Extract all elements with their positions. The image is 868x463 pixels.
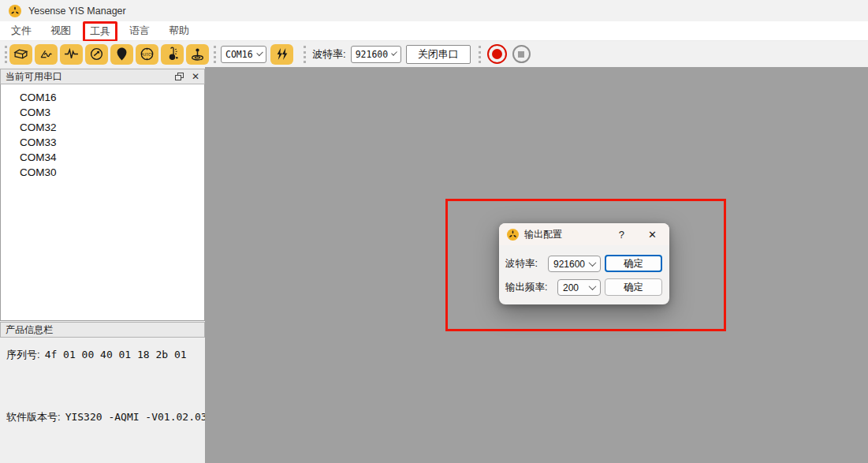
toolbar-drag-handle[interactable] xyxy=(214,46,216,63)
dialog-baud-label: 波特率: xyxy=(505,256,538,272)
joystick-button[interactable] xyxy=(186,44,209,65)
baud-rate-select[interactable]: 921600 xyxy=(351,46,401,63)
dialog-help-button[interactable]: ? xyxy=(616,229,628,241)
list-item-port[interactable]: COM32 xyxy=(1,120,204,135)
menu-file[interactable]: 文件 xyxy=(4,21,39,40)
serial-number-label: 序列号: xyxy=(6,349,40,360)
software-version-row: 软件版本号:YIS320 -AQMI -V01.02.03; xyxy=(6,410,205,424)
window-title: Yesense YIS Manager xyxy=(28,6,126,17)
toolbar-drag-handle[interactable] xyxy=(5,46,7,63)
list-item-port[interactable]: COM33 xyxy=(1,135,204,150)
product-info-panel-header: 产品信息栏 xyxy=(0,322,205,338)
port-select-value: COM16 xyxy=(225,49,253,60)
dialog-baud-ok-button[interactable]: 确定 xyxy=(605,255,662,272)
svg-text:UTC: UTC xyxy=(143,52,151,57)
list-item-port[interactable]: COM16 xyxy=(1,90,204,105)
dialog-logo-icon xyxy=(507,229,519,241)
baud-rate-value: 921600 xyxy=(356,49,389,60)
menu-view[interactable]: 视图 xyxy=(43,21,78,40)
baud-rate-label: 波特率: xyxy=(312,47,346,62)
product-info-body: 序列号:4f 01 00 40 01 18 2b 01 软件版本号:YIS320… xyxy=(0,338,205,463)
serial-number-value: 4f 01 00 40 01 18 2b 01 xyxy=(45,349,187,360)
angle-waveform-icon xyxy=(39,47,54,62)
menu-help[interactable]: 帮助 xyxy=(162,21,196,40)
dialog-freq-value: 200 xyxy=(563,282,579,293)
chevron-down-icon xyxy=(589,259,597,267)
output-config-dialog: 输出配置 ? ✕ 波特率: 921600 确定 输出频率: 200 确定 xyxy=(499,223,669,304)
toolbar: UTC COM16 xyxy=(0,41,868,67)
location-pin-icon xyxy=(114,47,129,62)
title-bar: Yesense YIS Manager xyxy=(0,0,868,21)
utc-time-button[interactable]: UTC xyxy=(136,44,158,65)
menu-language[interactable]: 语言 xyxy=(122,21,157,40)
port-select[interactable]: COM16 xyxy=(221,46,266,63)
stop-icon xyxy=(518,51,524,58)
dialog-freq-ok-button[interactable]: 确定 xyxy=(605,278,662,296)
angle-waveform-button[interactable] xyxy=(35,44,58,65)
software-version-label: 软件版本号: xyxy=(6,411,61,423)
utc-clock-icon: UTC xyxy=(140,47,155,62)
list-item-port[interactable]: COM3 xyxy=(1,105,204,120)
software-version-value: YIS320 -AQMI -V01.02.03; xyxy=(65,411,214,423)
dialog-freq-select[interactable]: 200 xyxy=(557,279,601,296)
pulse-waveform-icon xyxy=(64,47,79,62)
toolbar-drag-handle[interactable] xyxy=(479,46,481,63)
dialog-title-bar: 输出配置 ? ✕ xyxy=(499,223,669,245)
menu-bar: 文件 视图 工具 语言 帮助 xyxy=(0,21,868,41)
cube-icon xyxy=(13,47,28,62)
dialog-title: 输出配置 xyxy=(524,228,562,241)
app-window: Yesense YIS Manager 文件 视图 工具 语言 帮助 xyxy=(0,0,868,463)
chevron-down-icon xyxy=(391,50,397,56)
close-serial-port-button[interactable]: 关闭串口 xyxy=(406,45,471,64)
cube-button[interactable] xyxy=(9,44,32,65)
product-info-title: 产品信息栏 xyxy=(6,323,199,337)
float-panel-icon[interactable] xyxy=(175,73,184,81)
list-item-port[interactable]: COM34 xyxy=(1,150,204,165)
dialog-freq-label: 输出频率: xyxy=(505,279,547,296)
left-panel: 当前可用串口 ✕ COM16 COM3 COM32 COM33 COM34 CO… xyxy=(0,67,205,463)
refresh-icon xyxy=(274,47,289,62)
temperature-button[interactable] xyxy=(161,44,184,65)
record-icon xyxy=(492,49,502,59)
menu-tools[interactable]: 工具 xyxy=(83,21,117,42)
dialog-baud-select[interactable]: 921600 xyxy=(548,256,601,272)
toolbar-drag-handle[interactable] xyxy=(304,46,306,63)
thermometer-icon xyxy=(165,47,180,62)
chevron-down-icon xyxy=(589,282,597,290)
gauge-icon xyxy=(89,47,104,62)
dialog-close-button[interactable]: ✕ xyxy=(645,229,660,241)
dialog-baud-value: 921600 xyxy=(553,259,585,270)
joystick-icon xyxy=(190,47,205,62)
record-button[interactable] xyxy=(487,44,507,64)
gauge-button[interactable] xyxy=(85,44,108,65)
list-item-port[interactable]: COM30 xyxy=(1,165,204,180)
pulse-waveform-button[interactable] xyxy=(60,44,83,65)
close-panel-icon[interactable]: ✕ xyxy=(192,71,199,82)
serial-number-row: 序列号:4f 01 00 40 01 18 2b 01 xyxy=(6,348,205,362)
available-ports-title: 当前可用串口 xyxy=(6,70,167,84)
chevron-down-icon xyxy=(256,50,263,57)
refresh-ports-button[interactable] xyxy=(270,44,293,65)
app-logo-icon xyxy=(9,5,21,17)
serial-port-list: COM16 COM3 COM32 COM33 COM34 COM30 xyxy=(0,84,205,321)
available-ports-panel-header: 当前可用串口 ✕ xyxy=(0,69,205,84)
stop-button[interactable] xyxy=(512,45,531,63)
location-button[interactable] xyxy=(110,44,133,65)
